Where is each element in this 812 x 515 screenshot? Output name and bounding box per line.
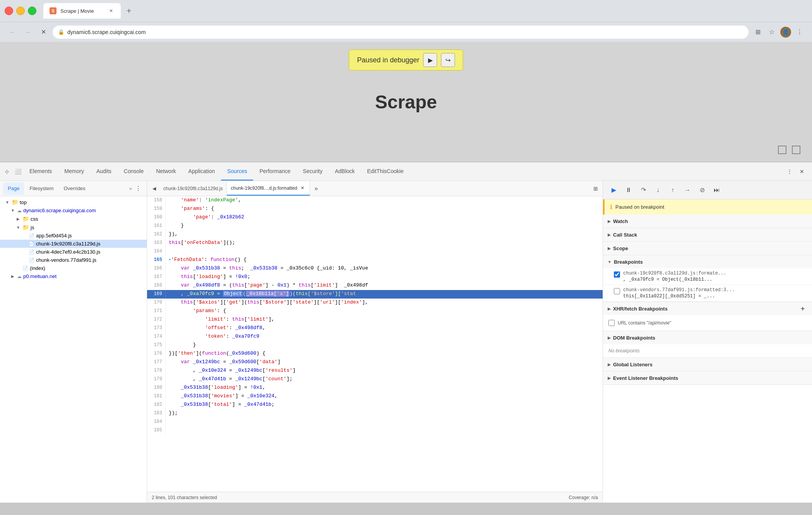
tab-close-button[interactable]: ✕ (108, 7, 115, 14)
breakpoints-label: Breakpoints (614, 259, 643, 265)
resume-button[interactable]: ▶ (423, 53, 437, 67)
profile-button[interactable]: 👤 (779, 26, 792, 38)
tab-elements[interactable]: Elements (23, 162, 58, 180)
event-listener-section: ▶ Event Listener Breakpoints (603, 371, 812, 385)
tree-item-top[interactable]: ▼ 📁 top (0, 198, 147, 206)
breakpoint-item-2: chunk-vendors.77daf991.js:formatted:3...… (603, 285, 812, 302)
forward-button[interactable]: → (22, 26, 34, 38)
tree-item-index[interactable]: ▶ 📄 (index) (0, 264, 147, 272)
tab-performance[interactable]: Performance (253, 162, 296, 180)
menu-button[interactable]: ⋮ (793, 26, 806, 38)
tree-item-chunk-19[interactable]: ▶ 📄 chunk-19c920f8.c3a1129d.js (0, 240, 147, 248)
file-panel-menu[interactable]: ⋮ (133, 183, 144, 194)
tab-editthiscookie[interactable]: EditThisCookie (361, 162, 410, 180)
tree-item-css[interactable]: ▶ 📁 css (0, 215, 147, 223)
breakpoints-header[interactable]: ▼ Breakpoints (603, 255, 812, 268)
tree-item-p0[interactable]: ▶ ☁ p0.meituan.net (0, 272, 147, 280)
select-element-button[interactable]: ⊹ (2, 166, 12, 177)
code-content[interactable]: 158 'name': 'indexPage', 159 'params': {… (147, 196, 603, 492)
step-over-debug-button[interactable]: ↷ (637, 184, 649, 196)
tree-label-chunk-4dec: chunk-4dec7ef0.e4c2b130.js (36, 249, 144, 255)
step-into-debug-button[interactable]: ↓ (652, 184, 664, 196)
tree-item-js[interactable]: ▼ 📁 js (0, 223, 147, 232)
tab-application[interactable]: Application (182, 162, 221, 180)
code-tab-nav-left[interactable]: ◀ (149, 183, 159, 194)
breakpoint-2-checkbox[interactable] (614, 288, 620, 294)
new-tab-button[interactable]: + (122, 4, 135, 17)
file-tab-filesystem[interactable]: Filesystem (25, 182, 58, 195)
tree-arrow-top: ▼ (5, 199, 10, 205)
translate-button[interactable]: ⊞ (752, 26, 764, 38)
no-breakpoints-text: No breakpoints (603, 344, 812, 357)
line-num-178: 178 (147, 367, 166, 375)
line-num-185: 185 (147, 426, 166, 435)
xhr-checkbox-1[interactable] (608, 320, 615, 326)
xhr-breakpoints-header[interactable]: ▶ XHR/fetch Breakpoints + (603, 302, 812, 315)
tree-item-app-js[interactable]: ▶ 📄 app.5ef0d454.js (0, 232, 147, 240)
line-num-183: 183 (147, 409, 166, 418)
file-tab-overrides[interactable]: Overrides (59, 182, 90, 195)
maximize-button[interactable] (28, 7, 36, 15)
xhr-add-button[interactable]: + (798, 304, 807, 313)
step-out-debug-button[interactable]: ↑ (666, 184, 679, 196)
deactivate-breakpoints-button[interactable]: ⊘ (696, 184, 708, 196)
address-bar[interactable]: 🔒 dynamic6.scrape.cuiqingcai.com (53, 26, 749, 39)
line-content-167: this['loading'] = !0x0; (166, 273, 603, 282)
global-listeners-header[interactable]: ▶ Global Listeners (603, 358, 812, 371)
watch-header[interactable]: ▶ Watch (603, 215, 812, 228)
file-icon-index: 📄 (22, 266, 28, 271)
code-tab-2-close[interactable]: ✕ (300, 185, 306, 191)
tab-network[interactable]: Network (150, 162, 182, 180)
step-over-button[interactable]: ↪ (441, 53, 455, 67)
devtools-more-button[interactable]: ⋮ (784, 166, 795, 177)
breakpoint-1-checkbox[interactable] (614, 271, 620, 278)
tab-sources[interactable]: Sources (221, 162, 253, 180)
line-num-159: 159 (147, 205, 166, 213)
code-tab-more[interactable]: » (311, 183, 322, 194)
square-2 (792, 146, 800, 154)
file-tab-more[interactable]: » (129, 186, 132, 191)
minimize-button[interactable] (16, 7, 25, 15)
event-listener-header[interactable]: ▶ Event Listener Breakpoints (603, 371, 812, 385)
callstack-label: Call Stack (613, 232, 637, 238)
line-num-177: 177 (147, 358, 166, 367)
tab-audits[interactable]: Audits (90, 162, 118, 180)
tree-label-p0: p0.meituan.net (23, 273, 144, 279)
reload-button[interactable]: ✕ (37, 26, 50, 38)
code-panel: ◀ chunk-19c920f8.c3a1129d.js chunk-19c92… (147, 181, 603, 503)
scope-header[interactable]: ▶ Scope (603, 242, 812, 255)
browser-tab[interactable]: S Scrape | Movie ✕ (43, 3, 121, 19)
bookmark-button[interactable]: ☆ (766, 26, 778, 38)
event-listener-arrow: ▶ (608, 376, 611, 380)
dont-pause-button[interactable]: ⏭ (711, 184, 723, 196)
global-listeners-arrow: ▶ (608, 362, 611, 367)
file-tab-page[interactable]: Page (3, 182, 24, 195)
resume-debug-button[interactable]: ▶ (608, 184, 620, 196)
code-line-171: 171 'params': { (147, 307, 603, 316)
code-tab-1[interactable]: chunk-19c920f8.c3a1129d.js (159, 182, 227, 196)
debugger-text: Paused in debugger (357, 56, 419, 64)
paused-text: Paused on breakpoint (615, 204, 664, 210)
tree-item-chunk-4dec[interactable]: ▶ 📄 chunk-4dec7ef0.e4c2b130.js (0, 248, 147, 256)
pause-debug-button[interactable]: ⏸ (622, 184, 635, 196)
close-button[interactable] (5, 7, 13, 15)
breakpoints-section: ▼ Breakpoints chunk-19c920f8.c3a1129d.js… (603, 255, 812, 302)
code-line-165: 165 ➤'FetchData': function() { (147, 256, 603, 264)
step-debug-button[interactable]: → (681, 184, 694, 196)
line-content-159: 'params': { (166, 205, 603, 213)
tab-memory[interactable]: Memory (58, 162, 90, 180)
tab-adblock[interactable]: AdBlock (329, 162, 361, 180)
back-button[interactable]: ← (6, 26, 19, 38)
tree-item-domain[interactable]: ▼ ☁ dynamic6.scrape.cuiqingcai.com (0, 206, 147, 215)
devtools-close-button[interactable]: ✕ (797, 166, 807, 177)
tab-console[interactable]: Console (118, 162, 150, 180)
code-tab-2[interactable]: chunk-19c920f8....d.js:formatted ✕ (227, 182, 310, 196)
code-action-btn-1[interactable]: ⊞ (590, 183, 601, 194)
device-toolbar-button[interactable]: ⬜ (12, 166, 23, 177)
tree-arrow-js: ▼ (15, 225, 21, 230)
tab-security[interactable]: Security (297, 162, 329, 180)
tree-item-chunk-vendors[interactable]: ▶ 📄 chunk-vendors.77daf991.js (0, 256, 147, 264)
tab-favicon: S (50, 7, 57, 14)
callstack-header[interactable]: ▶ Call Stack (603, 228, 812, 241)
dom-breakpoints-header[interactable]: ▶ DOM Breakpoints (603, 331, 812, 344)
